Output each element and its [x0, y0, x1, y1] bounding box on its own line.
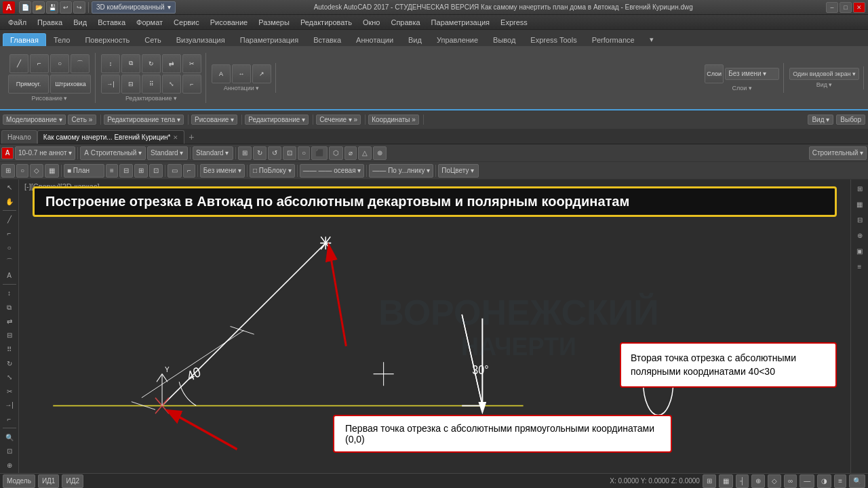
menu-help[interactable]: Справка	[385, 17, 425, 28]
draw-circle-btn[interactable]: ○	[50, 54, 69, 73]
tab-annotate[interactable]: Аннотации	[349, 33, 401, 46]
doc-tab-start[interactable]: Начало	[1, 130, 37, 144]
tb-icon8[interactable]: ⌀	[344, 146, 357, 160]
tb-icon3[interactable]: ↺	[268, 146, 281, 160]
draw-polyline-btn[interactable]: ⌐	[30, 54, 49, 73]
tb4-icon6[interactable]: ⊟	[119, 164, 133, 178]
tab-insert[interactable]: Вставка	[306, 33, 349, 46]
lt-copy[interactable]: ⧉	[1, 301, 18, 314]
rt-btn2[interactable]: ▦	[852, 197, 868, 211]
tb4-icon3[interactable]: ◇	[30, 164, 43, 178]
tb-icon9[interactable]: △	[358, 146, 372, 160]
block-color-dropdown[interactable]: □ ПоБлоку ▾	[250, 164, 295, 178]
menu-window[interactable]: Окно	[357, 17, 386, 28]
polar-btn[interactable]: ⊕	[751, 474, 765, 488]
model-tab[interactable]: Модель	[3, 474, 35, 488]
otrack-btn[interactable]: ∞	[784, 474, 797, 488]
menu-service[interactable]: Сервис	[168, 17, 205, 28]
lt-scale[interactable]: ⤡	[1, 371, 18, 384]
tab-performance[interactable]: Performance	[585, 33, 642, 46]
named-view-dropdown[interactable]: Строительный ▾	[809, 146, 867, 160]
menu-params[interactable]: Параметризация	[426, 17, 495, 28]
linetype-dropdown[interactable]: —— —— осевая ▾	[300, 164, 365, 178]
tb4-icon1[interactable]: ⊞	[1, 164, 15, 178]
canvas-area[interactable]: [-][Сверху][2D-каркас] ВОРОНЕЖСКИЙ НАЧЕР…	[19, 180, 850, 473]
tb-icon10[interactable]: ⊕	[373, 146, 387, 160]
section-dropdown[interactable]: Сечение ▾ »	[316, 115, 361, 125]
draw-arc-btn[interactable]: ⌒	[71, 54, 90, 73]
editing-dropdown[interactable]: Редактирование ▾	[245, 115, 309, 125]
menu-dimensions[interactable]: Размеры	[253, 17, 295, 28]
tb-icon2[interactable]: ↻	[253, 146, 267, 160]
layer-name-dropdown[interactable]: Без имени ▾	[725, 68, 779, 80]
viewport-dropdown[interactable]: Один видовой экран ▾	[789, 68, 859, 80]
lt-extend[interactable]: →|	[1, 399, 18, 412]
rt-btn1[interactable]: ⊞	[852, 181, 868, 196]
modify-fillet-btn[interactable]: ⌐	[182, 75, 201, 94]
menu-view[interactable]: Вид	[68, 17, 92, 28]
tab-params[interactable]: Параметризация	[233, 33, 306, 46]
menu-modify[interactable]: Редактировать	[295, 17, 357, 28]
color-dropdown[interactable]: Без имени ▾	[200, 164, 245, 178]
modify-trim-btn[interactable]: ✂	[182, 54, 201, 73]
lt-move[interactable]: ↕	[1, 287, 18, 300]
tab-express[interactable]: Express Tools	[523, 33, 584, 46]
lt-rotate[interactable]: ↻	[1, 357, 18, 370]
maximize-btn[interactable]: □	[840, 2, 852, 13]
tab-view[interactable]: Вид	[401, 33, 429, 46]
menu-edit[interactable]: Правка	[32, 17, 68, 28]
modify-extend-btn[interactable]: →|	[101, 75, 120, 94]
tb4-icon10[interactable]: ⌐	[183, 164, 195, 178]
selection-btn[interactable]: Выбор	[836, 115, 865, 125]
lt-line[interactable]: ╱	[1, 213, 18, 226]
transparency-btn[interactable]: ◑	[817, 474, 831, 488]
qa-new[interactable]: 📄	[19, 1, 31, 14]
modify-mirror-btn[interactable]: ⇄	[162, 54, 181, 73]
tb-icon7[interactable]: ⬡	[329, 146, 343, 160]
lt-offset[interactable]: ⊟	[1, 329, 18, 342]
lineweight-btn[interactable]: —	[800, 474, 814, 488]
tb4-icon7[interactable]: ⊞	[134, 164, 148, 178]
tb4-icon5[interactable]: ≡	[106, 164, 118, 178]
tab-manage[interactable]: Управление	[429, 33, 486, 46]
annotate-dim-btn[interactable]: ↔	[232, 64, 251, 83]
plot-style-dropdown[interactable]: ПоЦвету ▾	[438, 164, 479, 178]
qa-open[interactable]: 📂	[33, 1, 45, 14]
new-tab-btn[interactable]: +	[184, 130, 198, 144]
modelling-dropdown[interactable]: Моделирование ▾	[3, 115, 66, 125]
lt-select[interactable]: ↖	[1, 181, 18, 195]
lt-circle[interactable]: ○	[1, 241, 18, 254]
menu-insert[interactable]: Вставка	[92, 17, 131, 28]
lineweight-dropdown[interactable]: —— По у...лнику ▾	[369, 164, 433, 178]
qa-save[interactable]: 💾	[46, 1, 58, 14]
lt-trim[interactable]: ✂	[1, 385, 18, 399]
tab-surface[interactable]: Поверхность	[77, 33, 137, 46]
annotate-text-btn[interactable]: A	[212, 64, 231, 83]
view-btn[interactable]: Вид ▾	[808, 115, 833, 125]
qa-undo[interactable]: ↩	[60, 1, 72, 14]
lt-array[interactable]: ⠿	[1, 343, 18, 357]
draw-rect-btn[interactable]: Прямоуг.	[8, 75, 49, 94]
modify-scale-btn[interactable]: ⤡	[162, 75, 181, 94]
tb4-icon9[interactable]: ▭	[167, 164, 182, 178]
menu-express[interactable]: Express	[495, 17, 533, 28]
tab-mesh[interactable]: Сеть	[137, 33, 168, 46]
tb-icon4[interactable]: ⊡	[283, 146, 296, 160]
coords-dropdown[interactable]: Координаты »	[368, 115, 419, 125]
lt-snap[interactable]: ⊕	[1, 459, 18, 472]
layout2-tab[interactable]: ИД2	[62, 474, 83, 488]
annotate-leader-btn[interactable]: ↗	[252, 64, 271, 83]
drawing-dropdown[interactable]: Рисование ▾	[191, 115, 237, 125]
tb-icon1[interactable]: ⊞	[238, 146, 252, 160]
lt-arc[interactable]: ⌒	[1, 255, 18, 268]
dim-style-dropdown[interactable]: Standard ▾	[193, 146, 233, 160]
draw-line-btn[interactable]: ╱	[9, 54, 28, 73]
tb4-icon2[interactable]: ○	[16, 164, 28, 178]
lt-fillet[interactable]: ⌐	[1, 413, 18, 426]
layer-btn[interactable]: Слои	[705, 64, 724, 83]
tab-more[interactable]: ▾	[642, 33, 661, 46]
zoom-realtime-btn[interactable]: 🔍	[849, 474, 865, 488]
modify-copy-btn[interactable]: ⧉	[121, 54, 140, 73]
tb-icon6[interactable]: ⬛	[311, 146, 328, 160]
lt-polyline[interactable]: ⌐	[1, 227, 18, 241]
